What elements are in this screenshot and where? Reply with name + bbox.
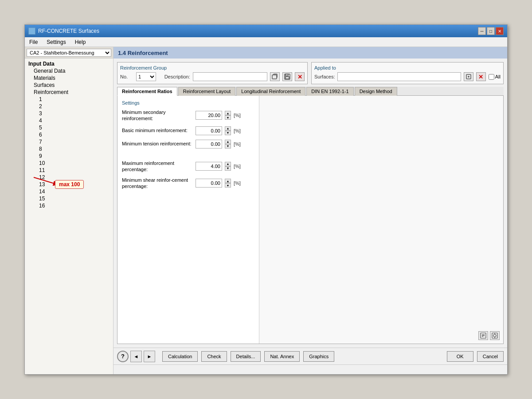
field-min-secondary-input[interactable]: 20.00 (196, 111, 222, 120)
right-panel: 1.4 Reinforcement Reinforcement Group No… (113, 47, 507, 374)
tree-item-r8[interactable]: 8 (25, 145, 113, 153)
menu-settings[interactable]: Settings (44, 39, 68, 46)
tree-item-r9[interactable]: 9 (25, 153, 113, 160)
tree-item-r15[interactable]: 15 (25, 195, 113, 202)
no-select[interactable]: 1 (136, 72, 156, 81)
delete-group-btn[interactable]: ✕ (295, 72, 305, 81)
reinforcement-group-panel: Reinforcement Group No. 1 Description: (117, 62, 308, 84)
tree-item-general-data[interactable]: General Data (25, 67, 113, 74)
right-preview (259, 96, 503, 344)
reinforcement-group-row: No. 1 Description: (120, 72, 305, 81)
calculation-button[interactable]: Calculation (162, 351, 198, 362)
description-input[interactable] (193, 72, 267, 81)
check-button[interactable]: Check (201, 351, 227, 362)
menu-bar: File Settings Help (25, 37, 507, 47)
tree-item-r6[interactable]: 6 (25, 131, 113, 138)
next-btn[interactable]: ► (144, 351, 155, 362)
tab-layout[interactable]: Reinforcement Layout (178, 87, 236, 96)
close-button[interactable]: ✕ (496, 27, 504, 35)
preview-icon-2[interactable] (490, 331, 500, 340)
tree-item-r2[interactable]: 2 (25, 103, 113, 110)
field-min-secondary-spinner[interactable]: ▲ ▼ (225, 111, 231, 120)
surfaces-input[interactable] (337, 72, 461, 81)
tree-item-r11[interactable]: 11 (25, 167, 113, 174)
tree-item-r7[interactable]: 7 (25, 138, 113, 145)
field-max-reinforcement-spinner[interactable]: ▲ ▼ (225, 162, 231, 171)
left-panel: CA2 - Stahlbeton-Bemessung Input Data Ge… (25, 47, 113, 374)
all-checkbox[interactable] (489, 74, 494, 80)
tabs-bar: Reinforcement Ratios Reinforcement Layou… (117, 87, 504, 96)
preview-icon-1[interactable] (478, 331, 488, 340)
footer: ? ◄ ► Calculation Check Details... Nat. … (113, 348, 507, 364)
details-button[interactable]: Details... (231, 351, 261, 362)
open-icon-btn[interactable] (270, 72, 280, 81)
spinner-up-4[interactable]: ▲ (225, 162, 231, 166)
tree-item-surfaces[interactable]: Surfaces (25, 82, 113, 89)
field-min-tension-input[interactable]: 0.00 (196, 140, 222, 149)
window-controls: ─ □ ✕ (478, 27, 504, 35)
all-checkbox-label[interactable]: All (489, 74, 501, 80)
menu-file[interactable]: File (27, 39, 40, 46)
spinner-up-3[interactable]: ▲ (225, 140, 231, 144)
delete-surface-btn[interactable]: ✕ (476, 72, 486, 81)
tree-item-r5[interactable]: 5 (25, 124, 113, 131)
tree-item-r14[interactable]: 14 (25, 188, 113, 195)
menu-help[interactable]: Help (72, 39, 89, 46)
spinner-up[interactable]: ▲ (225, 111, 231, 115)
spinner-up-2[interactable]: ▲ (225, 126, 231, 131)
prev-btn[interactable]: ◄ (130, 351, 142, 362)
svg-rect-1 (272, 75, 277, 79)
case-dropdown[interactable]: CA2 - Stahlbeton-Bemessung (27, 49, 111, 57)
top-row: Reinforcement Group No. 1 Description: (117, 62, 504, 84)
save-icon-btn[interactable] (282, 72, 292, 81)
tab-longitudinal[interactable]: Longitudinal Reinforcement (236, 87, 305, 96)
spinner-down-2[interactable]: ▼ (225, 131, 231, 135)
tree-item-materials[interactable]: Materials (25, 74, 113, 82)
tab-din[interactable]: DIN EN 1992-1-1 (306, 87, 353, 96)
maximize-button[interactable]: □ (487, 27, 495, 35)
graphics-button[interactable]: Graphics (303, 351, 334, 362)
field-min-shear-spinner[interactable]: ▲ ▼ (225, 179, 231, 188)
spinner-down-4[interactable]: ▼ (225, 166, 231, 171)
tree-item-reinforcement[interactable]: Reinforcement (25, 89, 113, 96)
tree-item-input-data[interactable]: Input Data (25, 60, 113, 67)
spinner-down-3[interactable]: ▼ (225, 144, 231, 149)
tree-item-r1[interactable]: 1 (25, 96, 113, 103)
settings-panel: Settings Minimum secondary reinforcement… (117, 96, 259, 344)
field-max-reinforcement: Maximum reinforcement percentage: 4.00 ▲… (122, 160, 254, 173)
applied-to-panel: Applied to Surfaces: ✕ (311, 62, 504, 84)
field-min-tension-spinner[interactable]: ▲ ▼ (225, 140, 231, 149)
right-body: Reinforcement Group No. 1 Description: (113, 59, 507, 348)
tree-item-r3[interactable]: 3 (25, 110, 113, 117)
help-icon-btn[interactable]: ? (117, 351, 129, 362)
field-min-tension: Minimum tension reinforcement: 0.00 ▲ ▼ … (122, 140, 254, 149)
settings-label: Settings (122, 100, 254, 106)
spinner-up-5[interactable]: ▲ (225, 179, 231, 183)
field-min-shear-input[interactable]: 0.00 (196, 179, 222, 188)
tree-item-r10[interactable]: 10 (25, 160, 113, 167)
cancel-button[interactable]: Cancel (477, 351, 504, 362)
right-header: 1.4 Reinforcement (113, 47, 507, 59)
tree-item-r12[interactable]: 12 max 100 (25, 174, 113, 181)
field-basic-min-label: Basic minimum reinforcement: (122, 127, 193, 133)
minimize-button[interactable]: ─ (478, 27, 486, 35)
svg-rect-3 (286, 74, 288, 76)
field-max-reinforcement-input[interactable]: 4.00 (196, 162, 222, 171)
ok-button[interactable]: OK (447, 351, 473, 362)
left-panel-header: CA2 - Stahlbeton-Bemessung (25, 47, 113, 59)
tree-item-r13[interactable]: 13 (25, 181, 113, 188)
field-basic-min-spinner[interactable]: ▲ ▼ (225, 126, 231, 135)
surfaces-label: Surfaces: (314, 74, 335, 79)
field-max-reinforcement-label: Maximum reinforcement percentage: (122, 160, 193, 173)
spinner-down[interactable]: ▼ (225, 115, 231, 120)
select-surface-btn[interactable] (464, 72, 473, 81)
tab-design[interactable]: Design Method (355, 87, 397, 96)
nat-annex-button[interactable]: Nat. Annex (264, 351, 300, 362)
field-min-tension-label: Minimum tension reinforcement: (122, 141, 193, 147)
spinner-down-5[interactable]: ▼ (225, 183, 231, 188)
tree-item-r16[interactable]: 16 (25, 202, 113, 209)
field-basic-min-input[interactable]: 0.00 (196, 126, 222, 135)
tree-item-r4[interactable]: 4 (25, 117, 113, 124)
tab-ratios[interactable]: Reinforcement Ratios (117, 87, 177, 96)
reinforcement-group-label: Reinforcement Group (120, 65, 305, 70)
